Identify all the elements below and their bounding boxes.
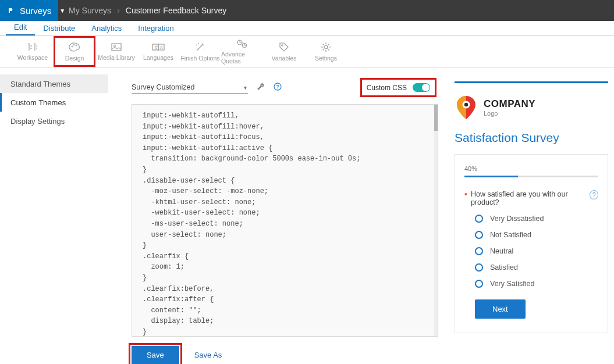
tab-edit[interactable]: Edit [6, 20, 35, 35]
breadcrumb-current: Customer Feedback Survey [126, 6, 227, 15]
css-editor[interactable]: input:-webkit-autofill, input:-webkit-au… [132, 104, 438, 337]
option-item[interactable]: Neutral [475, 247, 598, 255]
radio-icon [475, 280, 483, 288]
tool-media-library[interactable]: Media Library [95, 36, 137, 67]
company-logo: COMPANY Logo [455, 95, 608, 120]
tab-distribute[interactable]: Distribute [35, 21, 83, 35]
theme-select-value: Survey Customized [132, 83, 194, 91]
languages-icon: 文A [152, 42, 165, 52]
subnav-display-settings[interactable]: Display Settings [0, 112, 108, 130]
theme-select[interactable]: Survey Customized ▾ [132, 81, 248, 94]
svg-point-16 [464, 103, 468, 106]
option-item[interactable]: Very Satisfied [475, 280, 598, 288]
caret-down-icon: ▾ [244, 84, 247, 91]
progress-bar [464, 176, 598, 177]
tool-settings[interactable]: Settings [305, 36, 347, 67]
svg-point-2 [76, 45, 77, 46]
svg-point-4 [114, 45, 116, 47]
css-editor-content: input:-webkit-autofill, input:-webkit-au… [143, 112, 360, 337]
button-row: Save Save As [132, 346, 438, 364]
option-label: Very Dissatisfied [490, 215, 544, 223]
left-subnav: Standard Themes Custom Themes Display Se… [0, 67, 108, 364]
tool-finish-options[interactable]: Finish Options [179, 36, 221, 67]
scrollbar-track[interactable] [434, 105, 438, 336]
tool-design[interactable]: Design [54, 36, 95, 67]
tool-advance-quotas[interactable]: Advance Quotas [221, 36, 263, 67]
subnav-standard-themes[interactable]: Standard Themes [0, 74, 108, 93]
question-row: • How satisfied are you with our product… [464, 190, 598, 206]
tool-label: Workspace [17, 54, 48, 61]
company-name: COMPANY [484, 98, 535, 110]
svg-text:A: A [160, 45, 163, 49]
tag-icon [279, 42, 289, 52]
radio-icon [475, 215, 483, 223]
tool-label: Variables [272, 55, 297, 62]
tab-integration[interactable]: Integration [130, 21, 182, 35]
option-label: Not Satisfied [490, 231, 531, 239]
breadcrumb: My Surveys › Customer Feedback Survey [58, 0, 237, 21]
required-icon: • [464, 190, 467, 198]
brand-logo-icon [7, 6, 15, 15]
tool-variables[interactable]: Variables [263, 36, 305, 67]
gear-icon [321, 42, 331, 52]
wand-icon [195, 42, 205, 52]
quotas-icon [236, 39, 248, 48]
tool-label: Media Library [98, 54, 135, 61]
save-button[interactable]: Save [132, 346, 179, 364]
topbar: Surveys ▼ My Surveys › Customer Feedback… [0, 0, 614, 21]
radio-icon [475, 247, 483, 255]
wrench-icon[interactable] [256, 82, 265, 93]
theme-header-row: Survey Customized ▾ ? Custom CSS [132, 81, 438, 94]
survey-title: Satisfaction Survey [455, 131, 608, 145]
image-icon [111, 42, 122, 52]
breadcrumb-root[interactable]: My Surveys [69, 6, 111, 15]
chevron-right-icon: › [117, 6, 120, 15]
tab-analytics[interactable]: Analytics [83, 21, 130, 35]
work-area: Standard Themes Custom Themes Display Se… [0, 67, 614, 364]
subnav-custom-themes[interactable]: Custom Themes [0, 93, 108, 112]
tool-languages[interactable]: 文A Languages [137, 36, 179, 67]
brand-menu[interactable]: Surveys ▼ [0, 0, 58, 21]
radio-icon [475, 263, 483, 272]
tool-workspace[interactable]: Workspace [12, 36, 54, 67]
option-label: Very Satisfied [490, 280, 534, 288]
tool-label: Design [65, 55, 84, 62]
company-logo-text: COMPANY Logo [484, 98, 535, 117]
options-group: Very Dissatisfied Not Satisfied Neutral … [464, 215, 598, 288]
toggle-switch[interactable] [413, 83, 430, 92]
radio-icon [475, 231, 483, 239]
survey-card: 40% • How satisfied are you with our pro… [455, 154, 608, 333]
option-label: Satisfied [490, 263, 518, 272]
svg-point-1 [73, 44, 74, 45]
svg-point-11 [282, 44, 283, 46]
progress-label: 40% [464, 165, 598, 172]
palette-icon [69, 42, 80, 52]
tool-label: Finish Options [180, 55, 219, 62]
company-sub: Logo [484, 110, 535, 117]
brand-label: Surveys [20, 6, 51, 16]
toolbar: Workspace Design Media Library 文A Langua… [0, 36, 614, 67]
scrollbar-thumb[interactable] [434, 105, 438, 131]
preview-top-accent [455, 81, 608, 83]
question-help-icon[interactable]: ? [590, 190, 598, 199]
tool-label: Languages [143, 54, 173, 61]
help-icon[interactable]: ? [274, 83, 282, 92]
primary-tab-row: Edit Distribute Analytics Integration [0, 21, 614, 36]
toggle-label: Custom CSS [367, 84, 407, 92]
custom-css-toggle[interactable]: Custom CSS [364, 82, 432, 93]
next-button[interactable]: Next [475, 299, 526, 319]
svg-rect-3 [112, 44, 121, 51]
option-item[interactable]: Very Dissatisfied [475, 215, 598, 223]
svg-text:?: ? [276, 84, 279, 90]
tool-label: Settings [315, 55, 337, 62]
svg-point-0 [72, 46, 73, 47]
center-panel: Survey Customized ▾ ? Custom CSS input:-… [108, 67, 445, 364]
option-item[interactable]: Satisfied [475, 263, 598, 272]
option-item[interactable]: Not Satisfied [475, 231, 598, 239]
svg-text:文: 文 [154, 45, 158, 49]
svg-point-12 [324, 45, 328, 49]
workspace-icon [27, 42, 38, 52]
pin-icon [455, 95, 478, 120]
option-label: Neutral [490, 247, 513, 255]
save-as-link[interactable]: Save As [194, 351, 222, 359]
